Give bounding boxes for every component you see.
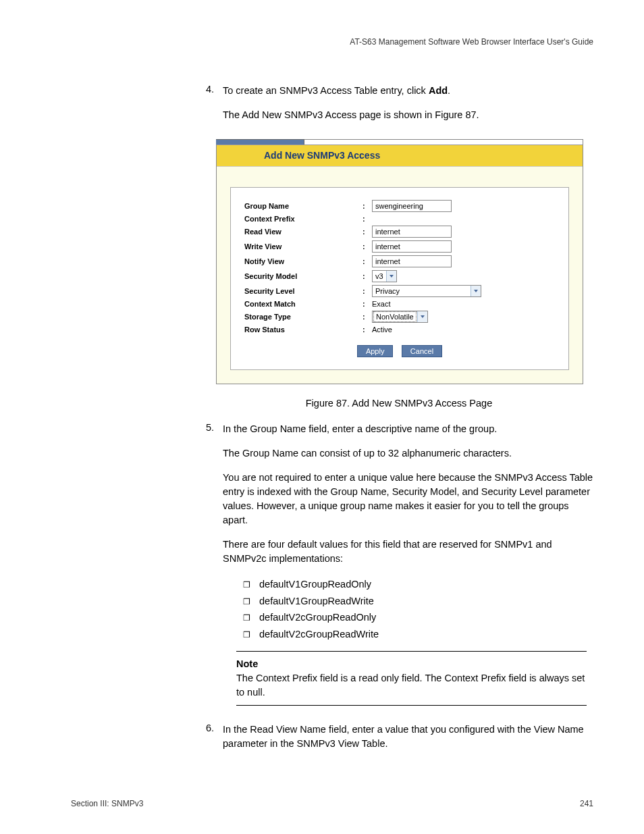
note-body: The Context Prefix field is a read only …: [236, 673, 585, 698]
figure-87: Add New SNMPv3 Access Group Name : sweng…: [216, 139, 583, 384]
input-notify-view[interactable]: internet: [372, 255, 452, 267]
select-storage-type-value: NonVolatile: [373, 311, 417, 322]
label-security-model: Security Model: [244, 272, 363, 280]
step-4-text-bold: Add: [429, 85, 448, 96]
step-5-number: 5.: [206, 422, 223, 436]
input-write-view[interactable]: internet: [372, 240, 452, 253]
label-group-name: Group Name: [244, 202, 363, 210]
list-item: ❒defaultV1GroupReadOnly: [243, 576, 593, 593]
value-context-match: Exact: [372, 300, 391, 308]
header-guide: AT-S63 Management Software Web Browser I…: [71, 37, 593, 47]
chevron-down-icon: [471, 286, 481, 296]
chevron-down-icon: [417, 311, 427, 322]
bullet-3-text: defaultV2cGroupReadOnly: [259, 609, 376, 626]
list-item: ❒defaultV2cGroupReadOnly: [243, 609, 593, 626]
select-security-level-value: Privacy: [373, 286, 402, 296]
cancel-button[interactable]: Cancel: [402, 345, 442, 357]
apply-button[interactable]: Apply: [357, 345, 394, 357]
row-write-view: Write View : internet: [244, 240, 555, 253]
step-5: 5. In the Group Name field, enter a desc…: [206, 422, 593, 436]
row-row-status: Row Status : Active: [244, 325, 555, 334]
step-4-text-suffix: .: [448, 85, 450, 96]
step-5-p3: There are four default values for this f…: [223, 538, 593, 566]
step-4-text-prefix: To create an SNMPv3 Access Table entry, …: [223, 85, 429, 96]
bullet-list: ❒defaultV1GroupReadOnly ❒defaultV1GroupR…: [243, 576, 593, 643]
select-security-level[interactable]: Privacy: [372, 285, 481, 297]
row-group-name: Group Name : swengineering: [244, 200, 555, 212]
row-security-model: Security Model : v3: [244, 270, 555, 282]
row-security-level: Security Level : Privacy: [244, 285, 555, 297]
input-read-view[interactable]: internet: [372, 226, 452, 238]
label-notify-view: Notify View: [244, 257, 363, 265]
row-storage-type: Storage Type : NonVolatile: [244, 311, 555, 323]
row-context-match: Context Match : Exact: [244, 300, 555, 308]
row-notify-view: Notify View : internet: [244, 255, 555, 267]
step-6: 6. In the Read View Name field, enter a …: [206, 723, 593, 751]
row-context-prefix: Context Prefix :: [244, 215, 555, 223]
figure-caption: Figure 87. Add New SNMPv3 Access Page: [216, 398, 582, 409]
footer-page: 241: [580, 799, 593, 808]
note-block: Note The Context Prefix field is a read …: [236, 651, 587, 706]
step-5-p2: You are not required to enter a unique v…: [223, 471, 593, 527]
select-security-model-value: v3: [373, 271, 386, 281]
bullet-icon: ❒: [243, 578, 259, 592]
input-group-name[interactable]: swengineering: [372, 200, 452, 212]
bullet-2-text: defaultV1GroupReadWrite: [259, 593, 374, 610]
figure-title: Add New SNMPv3 Access: [264, 150, 380, 161]
step-5-text: In the Group Name field, enter a descrip…: [223, 422, 497, 436]
step-4: 4. To create an SNMPv3 Access Table entr…: [206, 84, 593, 98]
step-5-p1: The Group Name can consist of up to 32 a…: [223, 446, 593, 461]
bullet-icon: ❒: [243, 611, 259, 625]
label-security-level: Security Level: [244, 287, 363, 295]
row-read-view: Read View : internet: [244, 226, 555, 238]
label-context-prefix: Context Prefix: [244, 215, 363, 223]
figure-tab-bar: [216, 139, 304, 145]
step-6-text: In the Read View Name field, enter a val…: [223, 723, 593, 751]
label-context-match: Context Match: [244, 300, 363, 308]
select-storage-type[interactable]: NonVolatile: [372, 311, 428, 323]
bullet-1-text: defaultV1GroupReadOnly: [259, 576, 371, 593]
select-security-model[interactable]: v3: [372, 270, 397, 282]
label-read-view: Read View: [244, 228, 363, 236]
step-6-number: 6.: [206, 723, 223, 751]
bullet-icon: ❒: [243, 595, 259, 608]
list-item: ❒defaultV1GroupReadWrite: [243, 593, 593, 610]
label-storage-type: Storage Type: [244, 313, 363, 321]
label-row-status: Row Status: [244, 325, 363, 334]
step-4-number: 4.: [206, 84, 223, 98]
bullet-4-text: defaultV2cGroupReadWrite: [259, 626, 379, 643]
list-item: ❒defaultV2cGroupReadWrite: [243, 626, 593, 643]
bullet-icon: ❒: [243, 628, 259, 642]
chevron-down-icon: [386, 271, 396, 282]
value-row-status: Active: [372, 325, 392, 334]
step-4-sub: The Add New SNMPv3 Access page is shown …: [223, 108, 593, 122]
footer-section: Section III: SNMPv3: [71, 799, 143, 808]
note-title: Note: [236, 658, 258, 669]
label-write-view: Write View: [244, 242, 363, 251]
